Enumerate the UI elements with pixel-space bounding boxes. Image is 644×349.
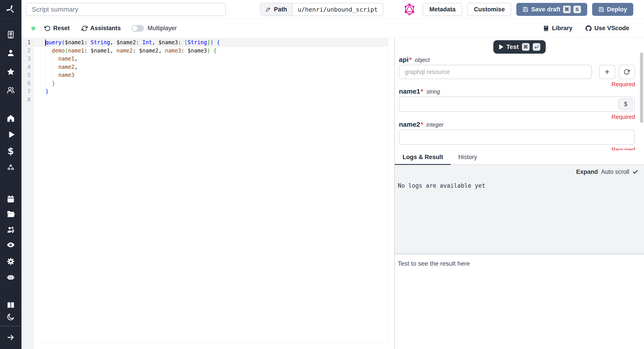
cubes-icon[interactable] (5, 162, 16, 173)
kbd-s: S (573, 5, 581, 13)
add-resource-button[interactable]: + (599, 65, 615, 79)
panel-tabs: Logs & Result History (395, 150, 644, 165)
line-number: 3 (22, 55, 34, 63)
logs-empty-text: No logs are available yet (398, 182, 485, 189)
multiplayer-label: Multiplayer (148, 25, 177, 32)
code-lines[interactable]: query($name1: String, $name2: Int, $name… (34, 38, 388, 104)
test-button[interactable]: Test ⌘ (493, 40, 546, 54)
required-badge: Required (611, 81, 635, 88)
line-number: 1 (22, 38, 34, 47)
toggle-knob (132, 26, 138, 31)
github-icon (586, 25, 592, 31)
code-line[interactable]: name3 (34, 71, 388, 79)
preview-panel: Test ⌘ api* object + Required name1* (395, 38, 644, 349)
autoscroll-label: Auto scroll (601, 168, 629, 175)
code-line[interactable] (34, 96, 388, 104)
code-line[interactable]: demo(name1: $name1, name2: $name2, name3… (34, 47, 388, 55)
refresh-resource-button[interactable] (619, 65, 635, 79)
graphql-logo-icon (404, 3, 414, 16)
field-label-name1: name1* string (399, 88, 440, 95)
star-icon[interactable] (5, 66, 16, 77)
building-icon[interactable] (5, 29, 16, 40)
sidebar-divider (0, 326, 22, 326)
calendar-icon[interactable] (5, 194, 16, 204)
field-label-name2: name2* integer (399, 121, 444, 128)
tab-history[interactable]: History (451, 150, 485, 165)
check-icon[interactable] (632, 169, 638, 175)
field-label-api: api* object (399, 56, 430, 63)
return-icon (534, 45, 539, 49)
line-number: 4 (22, 63, 34, 71)
users-icon[interactable] (5, 85, 16, 95)
status-dot (31, 26, 35, 30)
scrollbar-thumb[interactable] (640, 52, 643, 123)
dollar-icon[interactable]: $ (5, 146, 16, 156)
code-line[interactable]: name2, (34, 63, 388, 71)
insert-variable-button[interactable]: $ (618, 98, 633, 110)
reset-button[interactable]: Reset (44, 25, 70, 32)
line-number: 6 (22, 79, 34, 88)
panel-splitter[interactable] (394, 38, 395, 349)
refresh-icon (82, 25, 88, 31)
code-line[interactable]: } (34, 79, 388, 88)
topbar-actions: Metadata Customise Save draft ⌘ S Deploy (422, 3, 633, 16)
library-button[interactable]: Library (543, 25, 572, 32)
users-gear-icon[interactable] (5, 225, 16, 235)
path-badge[interactable]: Path u/henri/unbound_script (260, 3, 384, 16)
rotate-cw-icon (624, 69, 630, 75)
play-icon[interactable] (5, 129, 16, 140)
metadata-button[interactable]: Metadata (422, 3, 462, 16)
api-input[interactable] (399, 65, 592, 79)
toolbar-right: Library Use VScode (543, 25, 644, 32)
line-numbers: 12345678 (22, 38, 34, 349)
folder-icon[interactable] (5, 209, 16, 219)
code-line[interactable]: name1, (34, 55, 388, 63)
result-area: Test to see the result here (395, 254, 644, 349)
gear-icon[interactable] (5, 256, 16, 267)
arrow-right-icon[interactable] (5, 332, 16, 343)
topbar: Path u/henri/unbound_script Metadata Cus… (22, 0, 644, 19)
path-label: Path (274, 6, 287, 13)
tab-logs-result[interactable]: Logs & Result (395, 150, 451, 165)
path-value[interactable]: u/henri/unbound_script (292, 3, 383, 15)
kbd-return (533, 43, 540, 51)
save-icon (522, 6, 528, 12)
text-cursor (45, 39, 46, 46)
eye-icon[interactable] (5, 240, 16, 250)
home-icon[interactable] (5, 113, 16, 124)
moon-icon[interactable] (5, 312, 16, 322)
code-line[interactable]: query($name1: String, $name2: Int, $name… (34, 38, 388, 47)
book-open-icon[interactable] (5, 300, 16, 311)
multiplayer-toggle[interactable] (132, 25, 144, 32)
path-label-section[interactable]: Path (260, 3, 292, 15)
sidebar: $ (0, 0, 22, 349)
kbd-cmd: ⌘ (563, 5, 571, 13)
code-editor[interactable]: 12345678 query($name1: String, $name2: I… (22, 38, 394, 349)
line-number: 7 (22, 87, 34, 96)
script-summary-input[interactable] (26, 3, 226, 16)
line-number: 2 (22, 47, 34, 55)
play-icon (499, 44, 503, 49)
args-form: Test ⌘ api* object + Required name1* (395, 38, 644, 150)
logs-area: Expand Auto scroll No logs are available… (395, 165, 644, 254)
assistants-button[interactable]: Assistants (82, 25, 121, 32)
pencil-icon (266, 7, 271, 12)
robot-icon[interactable] (5, 272, 16, 283)
code-line[interactable]: } (34, 87, 388, 96)
line-number: 5 (22, 71, 34, 79)
logs-controls: Expand Auto scroll (576, 168, 638, 175)
name1-input[interactable] (399, 96, 635, 112)
rotate-ccw-icon (44, 25, 50, 31)
save-icon (598, 6, 604, 12)
vscode-button[interactable]: Use VScode (586, 25, 629, 32)
editor-overview-border (388, 38, 388, 344)
customise-button[interactable]: Customise (467, 3, 512, 16)
save-draft-button[interactable]: Save draft ⌘ S (516, 3, 587, 16)
deploy-button[interactable]: Deploy (592, 3, 633, 16)
name2-input[interactable] (399, 130, 635, 145)
kbd-cmd: ⌘ (522, 43, 530, 51)
result-empty-text: Test to see the result here (398, 260, 470, 267)
windmill-logo[interactable] (0, 0, 22, 19)
user-icon[interactable] (5, 47, 16, 58)
expand-button[interactable]: Expand (576, 168, 598, 175)
